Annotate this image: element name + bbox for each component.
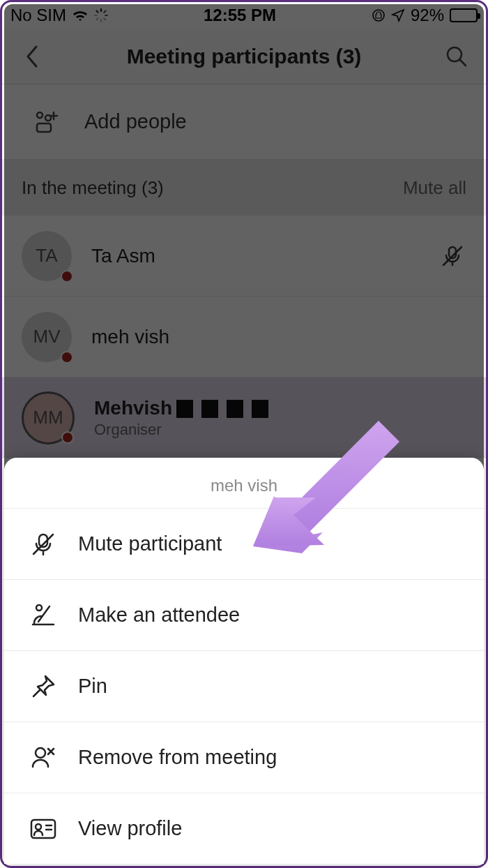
participant-name: Ta Asm	[91, 245, 419, 267]
svg-rect-13	[37, 124, 51, 132]
avatar: MM	[22, 391, 75, 444]
sheet-item-remove[interactable]: Remove from meeting	[4, 721, 484, 793]
sheet-item-label: Remove from meeting	[78, 746, 277, 769]
action-sheet: meh vish Mute participant Make an attend…	[4, 458, 484, 864]
pin-icon	[28, 673, 59, 700]
add-people-label: Add people	[84, 110, 187, 133]
section-header: In the meeting (3) Mute all	[2, 160, 486, 216]
status-bar: No SIM 12:55 PM 92%	[2, 2, 486, 29]
participant-row[interactable]: TA Ta Asm	[2, 216, 486, 297]
sheet-item-profile[interactable]: View profile	[4, 793, 484, 864]
section-title: In the meeting (3)	[22, 177, 164, 199]
add-people-icon	[33, 108, 61, 136]
page-title: Meeting participants (3)	[47, 45, 441, 68]
svg-point-18	[36, 605, 42, 611]
wifi-icon	[72, 8, 89, 22]
participant-role: Organiser	[94, 421, 466, 439]
avatar-initials: MV	[33, 326, 61, 347]
remove-icon	[28, 744, 59, 771]
sheet-item-label: Mute participant	[78, 532, 222, 555]
carrier-text: No SIM	[10, 6, 66, 25]
svg-line-4	[97, 11, 98, 13]
participant-body: Ta Asm	[91, 245, 419, 267]
sheet-item-mute[interactable]: Mute participant	[4, 508, 484, 579]
avatar-initials: TA	[36, 245, 57, 267]
status-right: 92%	[372, 6, 478, 25]
mute-all-button[interactable]: Mute all	[403, 177, 466, 199]
avatar-initials: MM	[33, 407, 63, 428]
presence-dot	[61, 270, 73, 283]
orientation-lock-icon	[372, 8, 386, 22]
sheet-item-label: View profile	[78, 817, 182, 840]
svg-line-6	[97, 18, 98, 20]
svg-line-7	[104, 11, 105, 13]
add-people-button[interactable]: Add people	[2, 84, 486, 160]
svg-point-11	[37, 112, 43, 118]
participant-body: meh vish	[91, 326, 466, 348]
participant-body: Mehvish Organiser	[94, 397, 466, 439]
sheet-item-attendee[interactable]: Make an attendee	[4, 579, 484, 650]
profile-icon	[28, 817, 59, 841]
svg-point-21	[36, 748, 45, 758]
back-button[interactable]	[16, 41, 47, 72]
presence-dot	[61, 351, 73, 364]
attendee-icon	[28, 602, 59, 629]
participant-row[interactable]: MM Mehvish Organiser	[2, 377, 486, 458]
status-left: No SIM	[10, 6, 108, 25]
search-button[interactable]	[441, 41, 472, 72]
avatar: TA	[22, 231, 72, 281]
redacted-text	[176, 400, 274, 418]
mic-off-icon	[28, 531, 59, 558]
svg-line-19	[38, 606, 49, 622]
participant-name: Mehvish	[94, 397, 466, 419]
battery-percent-text: 92%	[411, 6, 444, 25]
svg-point-9	[448, 47, 462, 61]
clock-text: 12:55 PM	[204, 6, 276, 25]
svg-line-20	[33, 690, 40, 696]
svg-point-23	[36, 824, 41, 830]
muted-indicator	[439, 244, 466, 268]
presence-dot	[61, 431, 74, 444]
loading-icon	[94, 8, 108, 22]
participant-row[interactable]: MV meh vish	[2, 297, 486, 377]
sheet-item-label: Make an attendee	[78, 604, 240, 627]
sheet-item-label: Pin	[78, 675, 107, 698]
avatar: MV	[22, 312, 72, 362]
participant-name: meh vish	[91, 326, 466, 348]
svg-line-5	[104, 18, 105, 20]
screen: No SIM 12:55 PM 92% Meeting p	[0, 0, 488, 868]
location-icon	[391, 8, 405, 22]
svg-point-8	[373, 10, 384, 21]
header-bar: Meeting participants (3)	[2, 29, 486, 84]
svg-line-10	[460, 60, 466, 66]
battery-icon	[450, 8, 478, 22]
sheet-title: meh vish	[4, 458, 484, 508]
sheet-item-pin[interactable]: Pin	[4, 650, 484, 721]
